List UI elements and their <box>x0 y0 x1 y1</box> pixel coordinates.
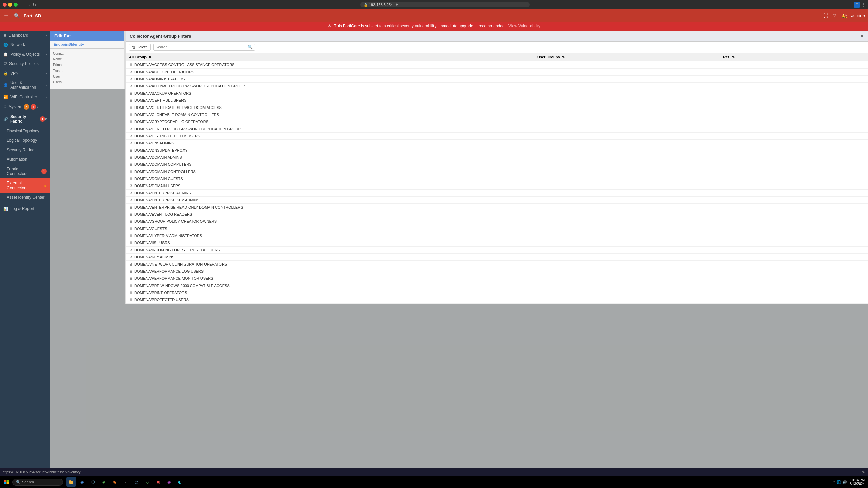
table-row[interactable]: 🖥DOMENA/ALLOWED RODC PASSWORD REPLICATIO… <box>126 83 868 90</box>
back-button[interactable]: ← <box>20 2 24 7</box>
sidebar-item-external-connectors[interactable]: External Connectors ★ <box>0 178 50 193</box>
table-row[interactable]: 🖥DOMENA/INCOMING FOREST TRUST BUILDERS <box>126 247 868 254</box>
sidebar-item-user-auth[interactable]: 👤 User & Authentication › <box>0 78 50 92</box>
taskbar-app9[interactable]: ◐ <box>175 477 185 487</box>
table-row[interactable]: 🖥DOMENA/DOMAIN COMPUTERS <box>126 161 868 168</box>
forward-button[interactable]: → <box>26 2 31 7</box>
minimize-btn[interactable] <box>8 3 12 7</box>
table-row[interactable]: 🖥DOMENA/NETWORK CONFIGURATION OPERATORS <box>126 261 868 268</box>
table-row[interactable]: 🖥DOMENA/GROUP POLICY CREATOR OWNERS <box>126 218 868 225</box>
table-row[interactable]: 🖥DOMENA/DISTRIBUTED COM USERS <box>126 133 868 140</box>
cell-ref <box>719 268 868 275</box>
taskbar-clock[interactable]: 10:04 PM 8/13/2024 <box>848 477 867 486</box>
table-row[interactable]: 🖥DOMENA/CERT PUBLISHERS <box>126 97 868 104</box>
taskbar-app1[interactable]: ⬡ <box>88 477 98 487</box>
sidebar-item-network[interactable]: 🌐 Network › <box>0 40 50 50</box>
taskbar-search-box[interactable]: 🔍 Search <box>12 479 63 486</box>
table-row[interactable]: 🖥DOMENA/DOMAIN GUESTS <box>126 175 868 182</box>
table-row[interactable]: 🖥DOMENA/DOMAIN CONTROLLERS <box>126 168 868 175</box>
sidebar-item-security-profiles[interactable]: 🛡 Security Profiles › <box>0 59 50 69</box>
edit-tab-endpoint[interactable]: Endpoint/Identity <box>50 41 88 48</box>
view-vulnerability-link[interactable]: View Vulnerability <box>508 24 540 28</box>
table-row[interactable]: 🖥DOMENA/ACCESS CONTROL ASSISTANCE OPERAT… <box>126 61 868 69</box>
maximize-btn[interactable] <box>14 3 18 7</box>
sidebar-item-asset-identity[interactable]: Asset Identity Center <box>0 193 50 202</box>
table-row[interactable]: 🖥DOMENA/DNSADMINS <box>126 140 868 147</box>
table-row[interactable]: 🖥DOMENA/CLONEABLE DOMAIN CONTROLLERS <box>126 111 868 118</box>
taskbar-browser[interactable]: ◉ <box>77 477 87 487</box>
sidebar-item-wifi[interactable]: 📶 WiFi Controller › <box>0 92 50 102</box>
sidebar-item-log-report[interactable]: 📊 Log & Report › <box>0 204 50 213</box>
taskbar-app2[interactable]: ◈ <box>99 477 109 487</box>
close-btn[interactable] <box>3 3 7 7</box>
sidebar-item-security-fabric[interactable]: 🔗 Security Fabric 1 ▾ <box>0 112 50 126</box>
table-row[interactable]: 🖥DOMENA/CRYPTOGRAPHIC OPERATORS <box>126 118 868 125</box>
window-controls[interactable] <box>3 3 18 7</box>
col-header-ref[interactable]: Ref. ⇅ <box>719 53 868 61</box>
col-header-usergroups[interactable]: User Groups ⇅ <box>534 53 719 61</box>
table-row[interactable]: 🖥DOMENA/IIS_IUSRS <box>126 239 868 247</box>
col-header-adgroup[interactable]: AD Group ⇅ <box>126 53 534 61</box>
sidebar-item-dashboard[interactable]: ⊞ Dashboard › <box>0 31 50 40</box>
notifications-button[interactable]: 🔔1 <box>840 12 848 19</box>
table-row[interactable]: 🖥DOMENA/PRINT OPERATORS <box>126 289 868 296</box>
table-row[interactable]: 🖥DOMENA/CERTIFICATE SERVICE DCOM ACCESS <box>126 104 868 111</box>
taskbar-app7[interactable]: ▣ <box>153 477 163 487</box>
sidebar-item-vpn[interactable]: 🔒 VPN › <box>0 69 50 78</box>
sidebar-item-physical-topology[interactable]: Physical Topology <box>0 126 50 136</box>
refresh-button[interactable]: ↻ <box>33 2 36 7</box>
cell-ref <box>719 83 868 90</box>
table-row[interactable]: 🖥DOMENA/EVENT LOG READERS <box>126 211 868 218</box>
collector-delete-button[interactable]: 🗑 Delete <box>129 44 151 51</box>
sidebar-item-system[interactable]: ⚙ System 3 1 › <box>0 102 50 112</box>
browser-menu-button[interactable]: ⋮ <box>861 2 865 7</box>
table-row[interactable]: 🖥DOMENA/PROTECTED USERS <box>126 296 868 304</box>
expand-icon-button[interactable]: ⛶ <box>822 12 829 19</box>
help-button[interactable]: ? <box>832 12 837 19</box>
search-button[interactable]: 🔍 <box>13 12 21 19</box>
cell-adgroup: 🖥DOMENA/ENTERPRISE KEY ADMINS <box>126 197 534 204</box>
sidebar-item-policy[interactable]: 📋 Policy & Objects › <box>0 50 50 59</box>
user-menu[interactable]: admin ▾ <box>851 13 865 18</box>
topbar: ☰ 🔍 Forti-SB ⛶ ? 🔔1 admin ▾ <box>0 9 868 22</box>
cell-adgroup: 🖥DOMENA/DOMAIN ADMINS <box>126 154 534 161</box>
taskbar-file-explorer[interactable] <box>66 477 76 487</box>
table-row[interactable]: 🖥DOMENA/ENTERPRISE KEY ADMINS <box>126 197 868 204</box>
table-row[interactable]: 🖥DOMENA/KEY ADMINS <box>126 254 868 261</box>
cell-adgroup: 🖥DOMENA/CERT PUBLISHERS <box>126 97 534 104</box>
search-icon[interactable]: 🔍 <box>248 45 253 50</box>
table-row[interactable]: 🖥DOMENA/DNSUPDATEPROXY <box>126 147 868 154</box>
sidebar-item-fabric-connectors[interactable]: Fabric Connectors 1 <box>0 164 50 178</box>
table-row[interactable]: 🖥DOMENA/BACKUP OPERATORS <box>126 90 868 97</box>
table-row[interactable]: 🖥DOMENA/PERFORMANCE MONITOR USERS <box>126 275 868 282</box>
collector-modal-close[interactable]: ✕ <box>860 33 864 39</box>
table-row[interactable]: 🖥DOMENA/HYPER-V ADMINISTRATORS <box>126 232 868 239</box>
table-row[interactable]: 🖥DOMENA/PERFORMANCE LOG USERS <box>126 268 868 275</box>
taskbar-app4[interactable]: ◦ <box>121 477 130 487</box>
table-row[interactable]: 🖥DOMENA/ACCOUNT OPERATORS <box>126 69 868 76</box>
table-row[interactable]: 🖥DOMENA/GUESTS <box>126 225 868 232</box>
table-row[interactable]: 🖥DOMENA/ENTERPRISE ADMINS <box>126 190 868 197</box>
taskbar-app3[interactable]: ◉ <box>110 477 119 487</box>
taskbar-app5[interactable]: ◎ <box>132 477 141 487</box>
sidebar-item-security-rating[interactable]: Security Rating <box>0 145 50 155</box>
cell-ref <box>719 111 868 118</box>
extension-icon[interactable]: F <box>854 2 860 8</box>
taskbar-app8[interactable]: ◉ <box>164 477 174 487</box>
start-button[interactable] <box>1 477 12 487</box>
table-row[interactable]: 🖥DOMENA/ADMINISTRATORS <box>126 76 868 83</box>
cell-adgroup: 🖥DOMENA/PERFORMANCE LOG USERS <box>126 268 534 275</box>
table-row[interactable]: 🖥DOMENA/PRE-WINDOWS 2000 COMPATIBLE ACCE… <box>126 282 868 289</box>
table-row[interactable]: 🖥DOMENA/DOMAIN USERS <box>126 182 868 190</box>
sidebar-item-logical-topology[interactable]: Logical Topology <box>0 136 50 145</box>
table-row[interactable]: 🖥DOMENA/ENTERPRISE READ-ONLY DOMAIN CONT… <box>126 204 868 211</box>
hamburger-menu-button[interactable]: ☰ <box>3 12 10 19</box>
collector-search-input[interactable] <box>156 45 246 49</box>
table-row[interactable]: 🖥DOMENA/DOMAIN ADMINS <box>126 154 868 161</box>
sidebar-item-automation[interactable]: Automation <box>0 155 50 164</box>
address-bar[interactable]: 🔒 192.168.5.254 ⚑ <box>360 2 530 7</box>
collector-search-box[interactable]: 🔍 <box>153 44 255 51</box>
table-row[interactable]: 🖥DOMENA/DENIED RODC PASSWORD REPLICATION… <box>126 125 868 133</box>
taskbar-app6[interactable]: ◇ <box>142 477 152 487</box>
collector-table-container[interactable]: AD Group ⇅ User Groups ⇅ Ref. <box>126 53 868 304</box>
